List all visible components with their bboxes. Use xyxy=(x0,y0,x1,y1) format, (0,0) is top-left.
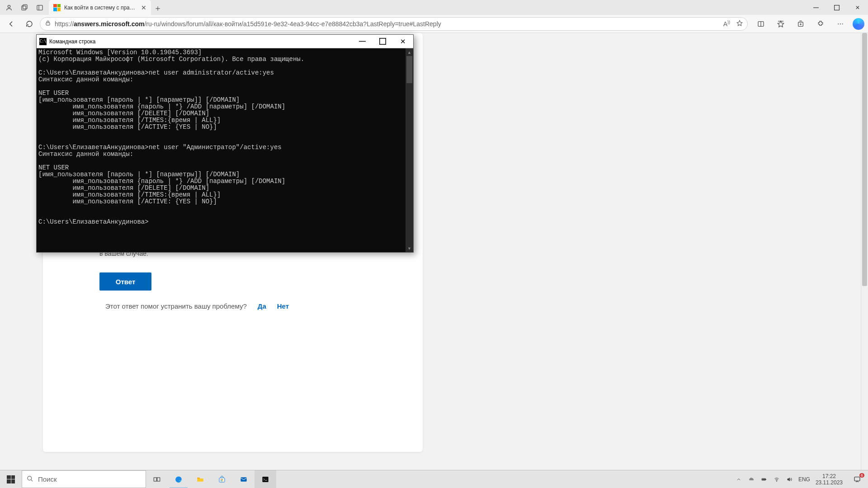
notification-badge: 6 xyxy=(859,473,864,478)
svg-rect-22 xyxy=(262,477,268,482)
favicon-ms-icon xyxy=(53,4,61,11)
taskbar: Поиск ENG 17:22 23.11.2023 6 xyxy=(0,470,868,488)
workspaces-icon[interactable] xyxy=(20,3,29,12)
taskbar-app-cmd[interactable] xyxy=(255,470,276,488)
helpful-row: Этот ответ помог устранить вашу проблему… xyxy=(105,302,289,310)
svg-rect-4 xyxy=(835,5,840,10)
page-scrollbar[interactable] xyxy=(861,33,868,470)
helpful-no-link[interactable]: Нет xyxy=(277,302,289,310)
refresh-button[interactable] xyxy=(22,16,37,32)
cmd-minimize-button[interactable] xyxy=(352,35,373,48)
cmd-titlebar[interactable]: C:\ Командная строка ✕ xyxy=(37,35,413,48)
svg-point-8 xyxy=(838,23,839,24)
cmd-maximize-button[interactable] xyxy=(373,35,393,48)
svg-point-25 xyxy=(776,481,777,481)
copilot-icon[interactable] xyxy=(853,18,864,30)
svg-rect-18 xyxy=(222,479,223,480)
taskbar-app-edge[interactable] xyxy=(168,470,189,488)
taskbar-app-explorer[interactable] xyxy=(189,470,211,488)
svg-rect-20 xyxy=(222,480,223,481)
svg-point-12 xyxy=(28,476,32,480)
favorite-icon[interactable] xyxy=(736,20,743,28)
svg-rect-3 xyxy=(37,5,42,10)
cmd-scrollbar[interactable]: ▲ ▼ xyxy=(406,48,413,252)
tray-overflow-icon[interactable] xyxy=(735,476,742,483)
read-aloud-icon[interactable]: A)) xyxy=(723,20,730,28)
tray-date: 23.11.2023 xyxy=(816,479,843,486)
svg-point-10 xyxy=(842,23,843,24)
svg-rect-13 xyxy=(154,478,156,481)
notification-center-button[interactable]: 6 xyxy=(846,470,868,488)
extensions-icon[interactable] xyxy=(813,16,828,32)
cmd-window: C:\ Командная строка ✕ Microsoft Windows… xyxy=(36,34,414,253)
tab-actions-icon[interactable] xyxy=(35,3,44,12)
tab-close-icon[interactable]: ✕ xyxy=(140,4,147,11)
tray-volume-icon[interactable] xyxy=(786,476,793,483)
url-text: https://answers.microsoft.com/ru-ru/wind… xyxy=(55,20,720,28)
cmd-scroll-up-icon[interactable]: ▲ xyxy=(406,48,413,56)
new-tab-button[interactable]: ＋ xyxy=(151,1,165,15)
svg-rect-21 xyxy=(241,477,246,481)
cmd-icon: C:\ xyxy=(39,38,47,45)
site-lock-icon[interactable] xyxy=(45,20,51,28)
svg-rect-1 xyxy=(22,6,26,10)
address-bar[interactable]: https://answers.microsoft.com/ru-ru/wind… xyxy=(40,17,748,31)
cmd-close-button[interactable]: ✕ xyxy=(393,35,413,48)
tray-language[interactable]: ENG xyxy=(798,476,810,483)
svg-point-0 xyxy=(8,5,10,7)
cmd-output[interactable]: Microsoft Windows [Version 10.0.19045.36… xyxy=(37,48,406,252)
browser-titlebar: Как войти в систему с правами ✕ ＋ ✕ xyxy=(0,0,868,15)
browser-toolbar: https://answers.microsoft.com/ru-ru/wind… xyxy=(0,15,868,33)
taskbar-app-store[interactable] xyxy=(211,470,233,488)
back-button[interactable] xyxy=(4,16,19,32)
tray-battery-icon[interactable] xyxy=(760,476,768,483)
page-scrollbar-thumb[interactable] xyxy=(862,33,867,286)
window-close-button[interactable]: ✕ xyxy=(847,0,868,15)
taskbar-app-mail[interactable] xyxy=(233,470,255,488)
svg-rect-17 xyxy=(221,479,222,480)
search-icon xyxy=(27,475,33,483)
browser-tab[interactable]: Как войти в систему с правами ✕ xyxy=(49,0,151,15)
svg-rect-14 xyxy=(157,478,160,481)
cmd-scroll-down-icon[interactable]: ▼ xyxy=(406,244,413,252)
tray-clock[interactable]: 17:22 23.11.2023 xyxy=(816,473,843,486)
tray-onedrive-icon[interactable] xyxy=(748,476,755,483)
svg-rect-11 xyxy=(380,38,386,45)
search-placeholder: Поиск xyxy=(38,475,57,483)
svg-rect-26 xyxy=(854,477,860,481)
window-maximize-button[interactable] xyxy=(826,0,847,15)
taskbar-search[interactable]: Поиск xyxy=(22,470,146,488)
favorites-icon[interactable] xyxy=(773,16,788,32)
cmd-scrollbar-thumb[interactable] xyxy=(406,56,412,83)
collections-icon[interactable] xyxy=(793,16,808,32)
tab-title: Как войти в систему с правами xyxy=(64,5,137,11)
reply-button[interactable]: Ответ xyxy=(99,272,151,291)
tray-wifi-icon[interactable] xyxy=(773,476,780,483)
svg-rect-19 xyxy=(221,480,222,481)
task-view-button[interactable] xyxy=(146,470,168,488)
cmd-title: Командная строка xyxy=(49,38,352,45)
helpful-yes-link[interactable]: Да xyxy=(258,302,266,310)
split-screen-icon[interactable] xyxy=(753,16,769,32)
window-minimize-button[interactable] xyxy=(806,0,826,15)
profile-icon[interactable] xyxy=(5,3,14,12)
helpful-question: Этот ответ помог устранить вашу проблему… xyxy=(105,302,247,310)
svg-rect-5 xyxy=(46,23,50,25)
svg-rect-24 xyxy=(762,479,765,480)
svg-point-9 xyxy=(840,23,841,24)
tray-time: 17:22 xyxy=(816,473,843,479)
start-button[interactable] xyxy=(0,470,22,488)
windows-logo-icon xyxy=(7,475,15,483)
system-tray: ENG 17:22 23.11.2023 xyxy=(731,470,846,488)
more-icon[interactable] xyxy=(833,16,848,32)
svg-rect-2 xyxy=(23,5,27,9)
